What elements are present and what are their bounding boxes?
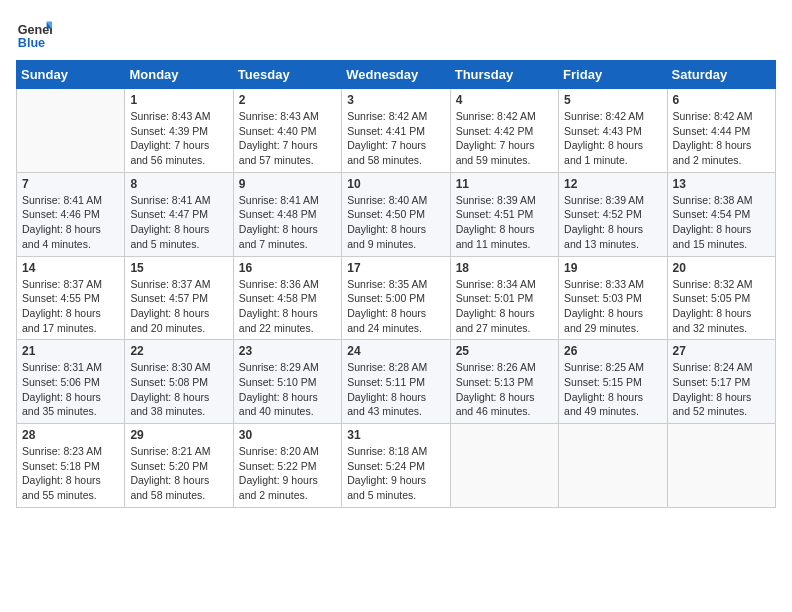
day-cell: 20Sunrise: 8:32 AMSunset: 5:05 PMDayligh…	[667, 256, 775, 340]
day-cell: 3Sunrise: 8:42 AMSunset: 4:41 PMDaylight…	[342, 89, 450, 173]
day-info: Sunrise: 8:28 AMSunset: 5:11 PMDaylight:…	[347, 360, 444, 419]
day-number: 20	[673, 261, 770, 275]
day-cell: 7Sunrise: 8:41 AMSunset: 4:46 PMDaylight…	[17, 172, 125, 256]
day-info: Sunrise: 8:42 AMSunset: 4:44 PMDaylight:…	[673, 109, 770, 168]
day-number: 31	[347, 428, 444, 442]
day-cell: 13Sunrise: 8:38 AMSunset: 4:54 PMDayligh…	[667, 172, 775, 256]
header-cell-saturday: Saturday	[667, 61, 775, 89]
day-number: 26	[564, 344, 661, 358]
day-number: 21	[22, 344, 119, 358]
day-cell: 27Sunrise: 8:24 AMSunset: 5:17 PMDayligh…	[667, 340, 775, 424]
header-cell-tuesday: Tuesday	[233, 61, 341, 89]
day-info: Sunrise: 8:37 AMSunset: 4:57 PMDaylight:…	[130, 277, 227, 336]
day-cell: 26Sunrise: 8:25 AMSunset: 5:15 PMDayligh…	[559, 340, 667, 424]
day-cell	[450, 424, 558, 508]
day-info: Sunrise: 8:41 AMSunset: 4:48 PMDaylight:…	[239, 193, 336, 252]
day-info: Sunrise: 8:43 AMSunset: 4:40 PMDaylight:…	[239, 109, 336, 168]
day-cell: 29Sunrise: 8:21 AMSunset: 5:20 PMDayligh…	[125, 424, 233, 508]
day-number: 24	[347, 344, 444, 358]
day-info: Sunrise: 8:41 AMSunset: 4:46 PMDaylight:…	[22, 193, 119, 252]
svg-text:Blue: Blue	[18, 36, 45, 50]
day-info: Sunrise: 8:21 AMSunset: 5:20 PMDaylight:…	[130, 444, 227, 503]
day-info: Sunrise: 8:33 AMSunset: 5:03 PMDaylight:…	[564, 277, 661, 336]
day-cell: 4Sunrise: 8:42 AMSunset: 4:42 PMDaylight…	[450, 89, 558, 173]
day-cell: 31Sunrise: 8:18 AMSunset: 5:24 PMDayligh…	[342, 424, 450, 508]
day-number: 9	[239, 177, 336, 191]
day-number: 11	[456, 177, 553, 191]
day-cell: 6Sunrise: 8:42 AMSunset: 4:44 PMDaylight…	[667, 89, 775, 173]
day-number: 5	[564, 93, 661, 107]
day-cell: 19Sunrise: 8:33 AMSunset: 5:03 PMDayligh…	[559, 256, 667, 340]
header-cell-friday: Friday	[559, 61, 667, 89]
week-row-5: 28Sunrise: 8:23 AMSunset: 5:18 PMDayligh…	[17, 424, 776, 508]
day-number: 2	[239, 93, 336, 107]
day-info: Sunrise: 8:41 AMSunset: 4:47 PMDaylight:…	[130, 193, 227, 252]
day-info: Sunrise: 8:23 AMSunset: 5:18 PMDaylight:…	[22, 444, 119, 503]
week-row-3: 14Sunrise: 8:37 AMSunset: 4:55 PMDayligh…	[17, 256, 776, 340]
day-cell: 5Sunrise: 8:42 AMSunset: 4:43 PMDaylight…	[559, 89, 667, 173]
page-header: General Blue	[16, 16, 776, 52]
day-number: 17	[347, 261, 444, 275]
day-info: Sunrise: 8:39 AMSunset: 4:51 PMDaylight:…	[456, 193, 553, 252]
day-number: 15	[130, 261, 227, 275]
day-number: 18	[456, 261, 553, 275]
day-cell: 11Sunrise: 8:39 AMSunset: 4:51 PMDayligh…	[450, 172, 558, 256]
day-cell: 12Sunrise: 8:39 AMSunset: 4:52 PMDayligh…	[559, 172, 667, 256]
day-info: Sunrise: 8:20 AMSunset: 5:22 PMDaylight:…	[239, 444, 336, 503]
day-number: 6	[673, 93, 770, 107]
day-info: Sunrise: 8:43 AMSunset: 4:39 PMDaylight:…	[130, 109, 227, 168]
day-info: Sunrise: 8:39 AMSunset: 4:52 PMDaylight:…	[564, 193, 661, 252]
day-cell: 9Sunrise: 8:41 AMSunset: 4:48 PMDaylight…	[233, 172, 341, 256]
day-number: 7	[22, 177, 119, 191]
day-cell: 18Sunrise: 8:34 AMSunset: 5:01 PMDayligh…	[450, 256, 558, 340]
week-row-4: 21Sunrise: 8:31 AMSunset: 5:06 PMDayligh…	[17, 340, 776, 424]
day-cell	[17, 89, 125, 173]
day-cell: 16Sunrise: 8:36 AMSunset: 4:58 PMDayligh…	[233, 256, 341, 340]
day-info: Sunrise: 8:38 AMSunset: 4:54 PMDaylight:…	[673, 193, 770, 252]
day-cell: 24Sunrise: 8:28 AMSunset: 5:11 PMDayligh…	[342, 340, 450, 424]
day-info: Sunrise: 8:34 AMSunset: 5:01 PMDaylight:…	[456, 277, 553, 336]
day-cell: 21Sunrise: 8:31 AMSunset: 5:06 PMDayligh…	[17, 340, 125, 424]
day-number: 22	[130, 344, 227, 358]
day-cell: 15Sunrise: 8:37 AMSunset: 4:57 PMDayligh…	[125, 256, 233, 340]
day-cell: 1Sunrise: 8:43 AMSunset: 4:39 PMDaylight…	[125, 89, 233, 173]
day-cell: 17Sunrise: 8:35 AMSunset: 5:00 PMDayligh…	[342, 256, 450, 340]
day-number: 1	[130, 93, 227, 107]
day-cell: 2Sunrise: 8:43 AMSunset: 4:40 PMDaylight…	[233, 89, 341, 173]
day-info: Sunrise: 8:35 AMSunset: 5:00 PMDaylight:…	[347, 277, 444, 336]
week-row-2: 7Sunrise: 8:41 AMSunset: 4:46 PMDaylight…	[17, 172, 776, 256]
day-number: 23	[239, 344, 336, 358]
day-info: Sunrise: 8:42 AMSunset: 4:43 PMDaylight:…	[564, 109, 661, 168]
day-cell: 30Sunrise: 8:20 AMSunset: 5:22 PMDayligh…	[233, 424, 341, 508]
day-number: 3	[347, 93, 444, 107]
day-cell	[559, 424, 667, 508]
day-cell: 22Sunrise: 8:30 AMSunset: 5:08 PMDayligh…	[125, 340, 233, 424]
day-info: Sunrise: 8:42 AMSunset: 4:42 PMDaylight:…	[456, 109, 553, 168]
header-cell-thursday: Thursday	[450, 61, 558, 89]
header-cell-monday: Monday	[125, 61, 233, 89]
day-number: 12	[564, 177, 661, 191]
day-info: Sunrise: 8:25 AMSunset: 5:15 PMDaylight:…	[564, 360, 661, 419]
day-number: 19	[564, 261, 661, 275]
header-row: SundayMondayTuesdayWednesdayThursdayFrid…	[17, 61, 776, 89]
header-cell-wednesday: Wednesday	[342, 61, 450, 89]
day-info: Sunrise: 8:29 AMSunset: 5:10 PMDaylight:…	[239, 360, 336, 419]
day-cell: 28Sunrise: 8:23 AMSunset: 5:18 PMDayligh…	[17, 424, 125, 508]
day-number: 25	[456, 344, 553, 358]
day-info: Sunrise: 8:30 AMSunset: 5:08 PMDaylight:…	[130, 360, 227, 419]
day-number: 13	[673, 177, 770, 191]
day-info: Sunrise: 8:37 AMSunset: 4:55 PMDaylight:…	[22, 277, 119, 336]
calendar-table: SundayMondayTuesdayWednesdayThursdayFrid…	[16, 60, 776, 508]
day-info: Sunrise: 8:26 AMSunset: 5:13 PMDaylight:…	[456, 360, 553, 419]
day-info: Sunrise: 8:32 AMSunset: 5:05 PMDaylight:…	[673, 277, 770, 336]
day-number: 30	[239, 428, 336, 442]
day-cell: 25Sunrise: 8:26 AMSunset: 5:13 PMDayligh…	[450, 340, 558, 424]
day-cell: 14Sunrise: 8:37 AMSunset: 4:55 PMDayligh…	[17, 256, 125, 340]
week-row-1: 1Sunrise: 8:43 AMSunset: 4:39 PMDaylight…	[17, 89, 776, 173]
day-info: Sunrise: 8:42 AMSunset: 4:41 PMDaylight:…	[347, 109, 444, 168]
day-number: 10	[347, 177, 444, 191]
logo-icon: General Blue	[16, 16, 52, 52]
day-info: Sunrise: 8:18 AMSunset: 5:24 PMDaylight:…	[347, 444, 444, 503]
day-number: 8	[130, 177, 227, 191]
day-info: Sunrise: 8:31 AMSunset: 5:06 PMDaylight:…	[22, 360, 119, 419]
